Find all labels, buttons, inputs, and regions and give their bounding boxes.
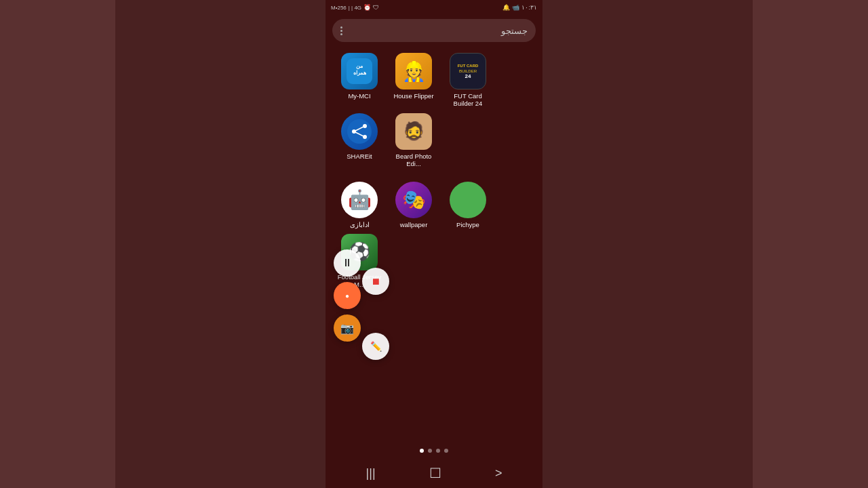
home-button[interactable]: ☐ [429,465,441,481]
pause-button[interactable]: ⏸ [334,249,361,277]
wallpaper-icon: 🎭 [395,182,432,218]
network-icon: | | 4G [349,5,361,11]
app-pichype[interactable]: Pichype [441,182,495,228]
wallpaper-label: wallpaper [400,221,428,228]
page-dot-3 [436,449,440,453]
page-dot-4 [444,449,448,453]
recent-button[interactable]: > [495,466,502,481]
fut-icon: FUT CARD BUILDER 24 [450,53,486,89]
record-dot-icon: ● [345,292,349,300]
app-house-flipper[interactable]: 👷 House Flipper [387,53,441,108]
pencil-icon: ✏️ [370,341,382,352]
back-button[interactable]: ||| [366,466,376,481]
search-placeholder: جستجو [501,26,528,36]
page-dot-2 [428,449,432,453]
svg-point-7 [347,119,372,144]
left-overlay [115,0,326,488]
app-my-mci[interactable]: همراه من My-MCI [332,53,387,108]
camera-icon: 📷 [340,322,354,335]
pichype-label: Pichype [456,221,479,228]
app-wallpaper[interactable]: 🎭 wallpaper [387,182,441,228]
record-icon: 📹 [512,4,519,11]
svg-text:همراه: همراه [353,70,367,76]
page-dot-1 [420,449,424,453]
shield-icon: 🛡 [373,4,379,11]
dot2 [340,30,342,32]
svg-text:FUT CARD: FUT CARD [458,64,479,68]
phone-frame: M•256 | | 4G ⏰ 🛡 🔔 📹 ۱۰:۳۱ جستجو همراه [326,0,542,488]
stop-button[interactable]: ⏹ [362,268,389,295]
app-adabazi[interactable]: 🤖 ادابازی [332,182,387,228]
app-fut-card-builder[interactable]: FUT CARD BUILDER 24 FUT Card Builder 24 [441,53,495,108]
status-bar: M•256 | | 4G ⏰ 🛡 🔔 📹 ۱۰:۳۱ [326,0,542,15]
alarm-icon: ⏰ [363,4,371,11]
edit-button[interactable]: ✏️ [362,333,389,360]
beard-label: Beard Photo Edi... [389,152,438,168]
floating-side-controls: ⏹ ✏️ [362,268,389,360]
my-mci-label: My-MCI [348,92,370,100]
search-bar[interactable]: جستجو [332,19,536,42]
app-beard-photo[interactable]: 🧔 Beard Photo Edi... [387,113,441,168]
my-mci-icon: همراه من [341,53,378,89]
status-left: M•256 | | 4G ⏰ 🛡 [331,4,379,11]
signal-icon: M•256 [331,5,347,11]
dot3 [340,33,342,35]
floating-controls: ⏸ ● 📷 [334,249,361,342]
beard-icon: 🧔 [395,113,432,150]
house-flipper-label: House Flipper [393,92,433,100]
shareit-label: SHAREit [347,152,372,160]
app-shareit[interactable]: SHAREit [332,113,387,168]
house-flipper-icon: 👷 [395,53,432,89]
pause-icon: ⏸ [342,257,353,269]
svg-text:من: من [356,63,363,69]
fut-label: FUT Card Builder 24 [443,92,492,108]
status-right: 🔔 📹 ۱۰:۳۱ [502,4,537,11]
pichype-icon [450,182,486,218]
page-indicator [420,449,448,453]
search-menu-dots[interactable] [340,26,342,35]
screenshot-button[interactable]: 📷 [334,314,361,342]
right-overlay [542,0,753,488]
time-display: ۱۰:۳۱ [521,4,537,11]
navigation-bar: ||| ☐ > [326,458,542,488]
stop-icon: ⏹ [371,276,380,287]
record-indicator[interactable]: ● [334,282,361,309]
notification-icon: 🔔 [502,4,510,11]
shareit-icon [341,113,378,150]
dot1 [340,26,342,28]
adabazi-icon: 🤖 [341,182,378,218]
adabazi-label: ادابازی [350,221,370,228]
svg-text:24: 24 [465,73,471,79]
app-grid-row1: همراه من My-MCI 👷 House Flipper FUT CARD… [326,46,542,180]
